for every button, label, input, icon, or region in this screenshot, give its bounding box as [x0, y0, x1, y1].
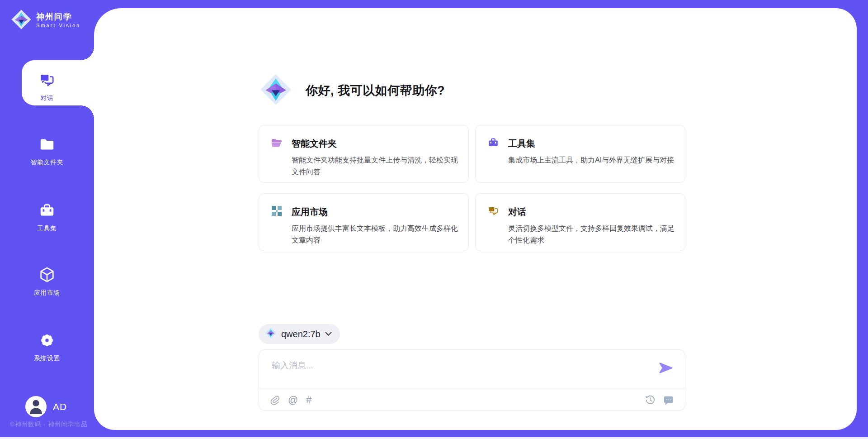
- history-icon[interactable]: [644, 394, 656, 406]
- model-selector[interactable]: qwen2:7b: [259, 324, 340, 344]
- grid-icon: [271, 205, 283, 219]
- greeting-title: 你好, 我可以如何帮助你?: [306, 82, 445, 99]
- diamond-logo-icon: [11, 9, 32, 32]
- pill-fillet-top: [80, 47, 94, 60]
- card-title: 工具集: [508, 138, 535, 150]
- folder-open-icon: [271, 137, 283, 150]
- model-name: qwen2:7b: [281, 329, 321, 339]
- user-profile[interactable]: AD: [25, 396, 67, 417]
- cube-icon: [38, 266, 56, 285]
- person-icon: [25, 396, 47, 417]
- diamond-logo-icon: [265, 327, 277, 341]
- card-chat[interactable]: 对话 灵活切换多模型文件，支持多样回复效果调试，满足个性化需求: [475, 193, 685, 251]
- chevron-down-icon: [325, 330, 332, 338]
- send-icon[interactable]: [659, 362, 673, 376]
- mention-icon[interactable]: @: [288, 395, 298, 405]
- sidebar-item-chat[interactable]: 对话: [0, 72, 94, 102]
- card-description: 集成市场上主流工具，助力AI与外界无缝扩展与对接: [508, 154, 680, 166]
- sidebar-item-label: 工具集: [37, 224, 57, 233]
- card-title: 应用市场: [292, 206, 328, 218]
- card-title: 智能文件夹: [292, 138, 337, 150]
- brand-name: 神州问学: [36, 13, 80, 22]
- diamond-logo-icon: [259, 73, 292, 108]
- message-input[interactable]: [272, 360, 642, 385]
- card-description: 灵活切换多模型文件，支持多样回复效果调试，满足个性化需求: [508, 223, 680, 246]
- composer: @ #: [259, 349, 685, 411]
- sidebar-item-label: 系统设置: [34, 354, 60, 363]
- chat-bubbles-icon: [487, 205, 499, 219]
- sidebar-item-label: 智能文件夹: [31, 158, 64, 167]
- pill-fillet-bottom: [80, 105, 94, 119]
- card-toolset[interactable]: 工具集 集成市场上主流工具，助力AI与外界无缝扩展与对接: [475, 125, 685, 183]
- folder-icon: [38, 136, 56, 155]
- sidebar-item-smart-folder[interactable]: 智能文件夹: [0, 136, 94, 167]
- sidebar-item-toolset[interactable]: 工具集: [0, 202, 94, 233]
- brand: 神州问学 Smart Vision: [11, 9, 80, 32]
- footer-credit: ©神州数码 · 神州问学出品: [10, 420, 87, 429]
- chat-icon: [38, 72, 56, 91]
- sidebar-item-label: 对话: [41, 94, 54, 102]
- sidebar-item-app-market[interactable]: 应用市场: [0, 266, 94, 297]
- gear-icon: [38, 332, 56, 351]
- sidebar-item-settings[interactable]: 系统设置: [0, 332, 94, 363]
- card-title: 对话: [508, 206, 526, 218]
- user-initials: AD: [53, 401, 67, 412]
- paperclip-icon[interactable]: [270, 395, 280, 406]
- app-root: 神州问学 Smart Vision 对话 智能文件夹: [0, 0, 868, 439]
- feature-cards: 智能文件夹 智能文件夹功能支持批量文件上传与清洗，轻松实现文件问答 工具集 集成…: [259, 125, 686, 251]
- toolbox-icon: [487, 137, 499, 150]
- conversation-icon[interactable]: [663, 395, 674, 406]
- greeting: 你好, 我可以如何帮助你?: [259, 73, 445, 108]
- brand-subtitle: Smart Vision: [36, 23, 80, 28]
- composer-divider: [259, 388, 685, 388]
- card-smart-folder[interactable]: 智能文件夹 智能文件夹功能支持批量文件上传与清洗，轻松实现文件问答: [259, 125, 469, 183]
- card-description: 应用市场提供丰富长文本模板，助力高效生成多样化文章内容: [292, 223, 463, 246]
- card-description: 智能文件夹功能支持批量文件上传与清洗，轻松实现文件问答: [292, 154, 463, 177]
- bottom-strip: [0, 437, 868, 439]
- toolbox-icon: [38, 202, 56, 221]
- avatar: [25, 396, 47, 417]
- sidebar-item-label: 应用市场: [34, 289, 60, 297]
- card-app-market[interactable]: 应用市场 应用市场提供丰富长文本模板，助力高效生成多样化文章内容: [259, 193, 469, 251]
- hashtag-icon[interactable]: #: [306, 395, 311, 405]
